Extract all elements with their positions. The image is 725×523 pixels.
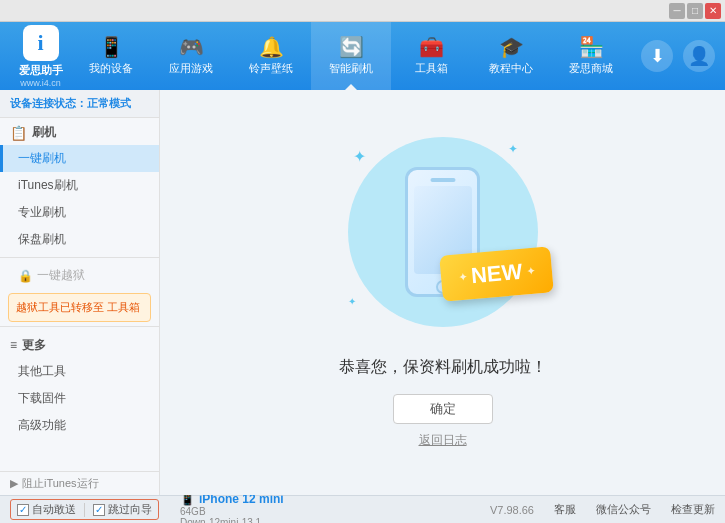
- sidebar-item-pro-flash[interactable]: 专业刷机: [0, 199, 159, 226]
- sidebar-divider-2: [0, 326, 159, 327]
- status-value: 正常模式: [87, 97, 131, 109]
- itunes-icon: ▶: [10, 477, 18, 490]
- sidebar-locked-item: 🔒 一键越狱: [0, 262, 159, 289]
- sidebar-item-one-key-flash[interactable]: 一键刷机: [0, 145, 159, 172]
- checkbox-group: ✓ 自动敢送 ✓ 跳过向导: [10, 499, 159, 520]
- nav-label-toolbox: 工具箱: [415, 61, 448, 76]
- sidebar-divider-1: [0, 257, 159, 258]
- close-button[interactable]: ✕: [705, 3, 721, 19]
- section-header-flash: 📋 刷机: [0, 118, 159, 145]
- sidebar-status: 设备连接状态：正常模式: [0, 90, 159, 118]
- nav-item-toolbox[interactable]: 🧰 工具箱: [391, 22, 471, 90]
- phone-illustration: ✦ ✦ ✦ NEW: [343, 137, 543, 337]
- wizard-checkbox-box[interactable]: ✓: [93, 504, 105, 516]
- download-button[interactable]: ⬇: [641, 40, 673, 72]
- wizard-checkbox[interactable]: ✓ 跳过向导: [93, 502, 152, 517]
- sparkle-top-right: ✦: [508, 142, 518, 156]
- ringtone-icon: 🔔: [259, 37, 284, 57]
- nav-item-apps[interactable]: 🎮 应用游戏: [151, 22, 231, 90]
- sidebar-item-advanced[interactable]: 高级功能: [0, 412, 159, 439]
- more-icon: ≡: [10, 338, 17, 352]
- minimize-button[interactable]: ─: [669, 3, 685, 19]
- wizard-label: 跳过向导: [108, 502, 152, 517]
- title-bar: ─ □ ✕: [0, 0, 725, 22]
- go-back-link[interactable]: 返回日志: [419, 432, 467, 449]
- logo-char: i: [37, 30, 43, 56]
- update-link[interactable]: 检查更新: [671, 502, 715, 517]
- sparkle-top-left: ✦: [353, 147, 366, 166]
- sidebar-notice: 越狱工具已转移至 工具箱: [8, 293, 151, 322]
- flash-section-label: 刷机: [32, 124, 56, 141]
- version-label: V7.98.66: [490, 504, 534, 516]
- nav-label-ringtone: 铃声壁纸: [249, 61, 293, 76]
- nav-item-store[interactable]: 🏪 爱思商城: [551, 22, 631, 90]
- auto-send-label: 自动敢送: [32, 502, 76, 517]
- phone-speaker: [430, 178, 455, 182]
- sidebar-item-save-flash[interactable]: 保盘刷机: [0, 226, 159, 253]
- more-section-header: ≡ 更多: [0, 331, 159, 358]
- service-link[interactable]: 客服: [554, 502, 576, 517]
- nav-right: ⬇ 👤: [641, 40, 715, 72]
- maximize-button[interactable]: □: [687, 3, 703, 19]
- nav-label-tutorial: 教程中心: [489, 61, 533, 76]
- nav-item-ringtone[interactable]: 🔔 铃声壁纸: [231, 22, 311, 90]
- flash-section-icon: 📋: [10, 125, 27, 141]
- nav-items: 📱 我的设备 🎮 应用游戏 🔔 铃声壁纸 🔄 智能刷机 🧰 工具箱 🎓 教程中心…: [71, 22, 631, 90]
- flash-icon: 🔄: [339, 37, 364, 57]
- tutorial-icon: 🎓: [499, 37, 524, 57]
- locked-label: 一键越狱: [37, 267, 85, 284]
- status-label: 设备连接状态：: [10, 97, 87, 109]
- user-button[interactable]: 👤: [683, 40, 715, 72]
- content-wrapper: ✦ ✦ ✦ NEW 恭喜您，保资料刷机成功啦！ 确定 返回日志: [160, 90, 725, 495]
- nav-item-tutorial[interactable]: 🎓 教程中心: [471, 22, 551, 90]
- bottom-device: 📱 iPhone 12 mini 64GB Down-12mini-13,1: [170, 492, 284, 524]
- bottom-right: V7.98.66 客服 微信公众号 检查更新: [490, 502, 715, 517]
- nav-label-apps: 应用游戏: [169, 61, 213, 76]
- itunes-bar[interactable]: ▶ 阻止iTunes运行: [0, 471, 160, 495]
- new-badge-text: NEW: [470, 258, 523, 288]
- bottom-left: ✓ 自动敢送 ✓ 跳过向导: [10, 499, 170, 520]
- logo-url: www.i4.cn: [20, 78, 61, 88]
- logo-icon: i: [23, 25, 59, 61]
- logo-area: i 爱思助手 www.i4.cn: [10, 25, 71, 88]
- confirm-button[interactable]: 确定: [393, 394, 493, 424]
- device-os: Down-12mini-13,1: [180, 517, 284, 524]
- nav-label-store: 爱思商城: [569, 61, 613, 76]
- nav-item-my-device[interactable]: 📱 我的设备: [71, 22, 151, 90]
- top-nav: i 爱思助手 www.i4.cn 📱 我的设备 🎮 应用游戏 🔔 铃声壁纸 🔄 …: [0, 22, 725, 90]
- phone-icon: 📱: [99, 37, 124, 57]
- sidebar-item-download-firmware[interactable]: 下载固件: [0, 385, 159, 412]
- apps-icon: 🎮: [179, 37, 204, 57]
- success-message: 恭喜您，保资料刷机成功啦！: [339, 357, 547, 378]
- auto-send-checkbox[interactable]: ✓ 自动敢送: [17, 502, 76, 517]
- bottom-bar: ✓ 自动敢送 ✓ 跳过向导 📱 iPhone 12 mini 64GB Down…: [0, 495, 725, 523]
- new-badge: NEW: [439, 246, 554, 302]
- wechat-link[interactable]: 微信公众号: [596, 502, 651, 517]
- nav-label-my-device: 我的设备: [89, 61, 133, 76]
- more-label: 更多: [22, 337, 46, 354]
- itunes-label: 阻止iTunes运行: [22, 476, 99, 491]
- toolbox-icon: 🧰: [419, 37, 444, 57]
- checkbox-divider: [84, 503, 85, 517]
- sidebar-item-other-tools[interactable]: 其他工具: [0, 358, 159, 385]
- device-storage: 64GB: [180, 506, 284, 517]
- sidebar: 设备连接状态：正常模式 📋 刷机 一键刷机 iTunes刷机 专业刷机 保盘刷机…: [0, 90, 160, 495]
- nav-label-smart-flash: 智能刷机: [329, 61, 373, 76]
- logo-text: 爱思助手: [19, 63, 63, 78]
- main-layout: 设备连接状态：正常模式 📋 刷机 一键刷机 iTunes刷机 专业刷机 保盘刷机…: [0, 90, 725, 495]
- lock-icon: 🔒: [18, 269, 33, 283]
- content-area: ✦ ✦ ✦ NEW 恭喜您，保资料刷机成功啦！ 确定 返回日志: [160, 90, 725, 495]
- sidebar-item-itunes-flash[interactable]: iTunes刷机: [0, 172, 159, 199]
- store-icon: 🏪: [579, 37, 604, 57]
- phone-circle-bg: [348, 137, 538, 327]
- auto-send-checkbox-box[interactable]: ✓: [17, 504, 29, 516]
- nav-item-smart-flash[interactable]: 🔄 智能刷机: [311, 22, 391, 90]
- sparkle-bottom-left: ✦: [348, 296, 356, 307]
